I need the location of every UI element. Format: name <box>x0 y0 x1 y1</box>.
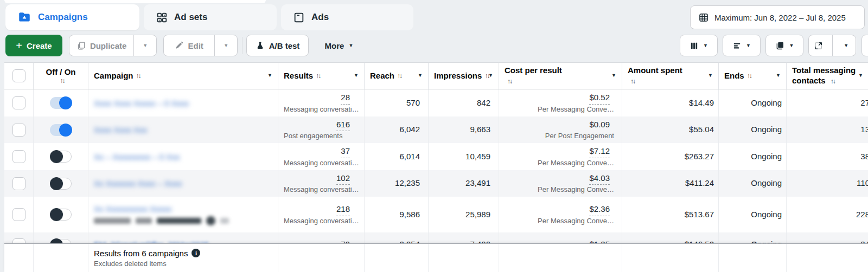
campaign-name[interactable]: Xx Xxxxxxx Xxxx – Xxxx <box>94 179 278 188</box>
duplicate-button[interactable]: Duplicate <box>69 35 133 56</box>
footer-spacer <box>429 244 499 272</box>
row-checkbox-cell <box>4 170 34 197</box>
table-summary-row: Results from 6 campaigns i Excludes dele… <box>4 243 868 272</box>
results-value[interactable]: 37 <box>341 145 350 158</box>
header-label: Total messaging contacts ↑↓ <box>792 66 863 86</box>
cost-per-result-value[interactable]: $4.03 <box>589 172 610 185</box>
column-header-impressions[interactable]: Impressions ↑↓ ▼ <box>429 63 499 89</box>
export-button[interactable] <box>809 35 828 56</box>
tab-ad-sets[interactable]: Ad sets <box>144 4 277 30</box>
total-messaging-contacts-cell: 13 <box>787 116 868 143</box>
results-value[interactable]: 28 <box>341 92 350 105</box>
results-value[interactable]: 616 <box>336 119 350 132</box>
reach-value: 6,014 <box>365 151 428 163</box>
campaign-name[interactable]: Xxxx Xxxx Xxxxx – 0 Xxxx <box>94 99 278 108</box>
columns-button[interactable]: ▼ <box>680 35 718 56</box>
excludes-deleted-note: Excludes deleted items <box>94 260 278 268</box>
column-header-reach[interactable]: Reach ↑↓ ▼ <box>365 63 429 89</box>
chevron-down-icon: ▼ <box>703 43 708 48</box>
status-toggle[interactable] <box>50 178 72 190</box>
row-checkbox[interactable] <box>12 150 25 163</box>
ends-value: Ongoing <box>751 209 782 221</box>
results-value[interactable]: 102 <box>336 172 350 185</box>
export-dropdown-button[interactable]: ▼ <box>837 35 856 56</box>
header-label: Reach <box>370 71 394 81</box>
chevron-down-icon[interactable]: ▼ <box>488 73 493 79</box>
toggle-knob <box>50 177 63 190</box>
column-header-ends[interactable]: Ends ↑↓ ▼ <box>719 63 787 89</box>
chevron-down-icon[interactable]: ▼ <box>267 73 272 79</box>
row-checkbox[interactable] <box>12 96 25 109</box>
tab-ads[interactable]: Ads <box>281 4 413 30</box>
results-summary-label: Results from 6 campaigns <box>94 249 188 258</box>
ab-test-button[interactable]: A/B test <box>246 35 309 56</box>
table-row: Xxxx Xxxx Xxx 616 Post engagements 6,042… <box>4 116 868 143</box>
column-header-amount-spent[interactable]: Amount spent ↑↓ ▼ <box>622 63 719 89</box>
header-label: Impressions <box>434 71 482 81</box>
column-header-off-on[interactable]: Off / On ↑↓ <box>34 63 88 89</box>
edit-button[interactable]: Edit <box>164 35 214 56</box>
button-divider <box>832 35 833 56</box>
reach-cell: 570 <box>365 89 429 116</box>
chevron-down-icon[interactable]: ▼ <box>418 73 423 79</box>
chevron-down-icon[interactable]: ▼ <box>354 73 359 79</box>
campaign-name[interactable]: Xx Xxxxxxxxxx Xxxxx <box>94 204 278 213</box>
status-toggle[interactable] <box>50 124 72 136</box>
results-value[interactable]: 218 <box>336 203 350 216</box>
row-checkbox[interactable] <box>12 177 25 190</box>
status-toggle[interactable] <box>50 97 72 109</box>
campaign-name[interactable]: Xxxx Xxxx Xxx <box>94 125 278 134</box>
cost-per-result-value[interactable]: $2.36 <box>589 203 610 216</box>
edit-dropdown-button[interactable]: ▼ <box>215 35 237 56</box>
chevron-down-icon[interactable]: ▼ <box>776 73 781 79</box>
chevron-down-icon[interactable]: ▼ <box>708 73 713 79</box>
reach-cell: 6,014 <box>365 143 429 170</box>
cost-per-result-value[interactable]: $0.52 <box>589 92 610 105</box>
cost-per-result-value[interactable]: $0.09 <box>589 119 610 131</box>
total-messaging-contacts-value: 228 <box>787 209 868 221</box>
total-messaging-contacts-value: 38 <box>787 151 868 163</box>
chevron-down-icon[interactable]: ▼ <box>611 73 616 79</box>
row-checkbox[interactable] <box>12 124 25 137</box>
chevron-down-icon: ▼ <box>789 43 794 48</box>
info-icon[interactable]: i <box>192 249 200 257</box>
clipped-toolbar-button[interactable] <box>861 35 868 56</box>
results-cell: 616 Post engagements <box>278 116 365 143</box>
cost-per-result-type-label: Per Post Engagement <box>499 131 622 141</box>
create-button[interactable]: + Create <box>5 35 62 56</box>
header-label: Cost per result ↑↓ <box>505 66 570 86</box>
column-header-cost-per-result[interactable]: Cost per result ↑↓ ▼ <box>499 63 622 89</box>
ends-cell: Ongoing <box>719 116 787 143</box>
column-header-results[interactable]: Results ↑↓ ▼ <box>278 63 365 89</box>
chevron-down-icon: ▼ <box>844 43 848 48</box>
tab-campaigns[interactable]: Campaigns <box>5 4 139 30</box>
breakdown-button[interactable]: ▼ <box>723 35 761 56</box>
more-button[interactable]: More ▼ <box>317 35 361 56</box>
column-header-campaign[interactable]: Campaign ↑↓ ▼ <box>88 63 278 89</box>
results-cell: 218 Messaging conversati… <box>278 197 365 232</box>
row-checkbox[interactable] <box>12 208 25 221</box>
redacted-tag <box>136 218 152 224</box>
results-type-label: Messaging conversati… <box>278 185 364 195</box>
select-all-checkbox[interactable] <box>12 69 25 82</box>
toggle-knob <box>50 208 63 221</box>
sort-icon: ↑↓ <box>397 72 401 80</box>
row-toggle-cell <box>34 89 88 116</box>
footer-spacer <box>278 244 365 272</box>
toggle-knob <box>59 124 72 137</box>
cost-per-result-value[interactable]: $7.12 <box>589 145 610 158</box>
duplicate-dropdown-button[interactable]: ▼ <box>134 35 156 56</box>
reports-button[interactable]: ▼ <box>765 35 803 56</box>
cost-per-result-cell: $4.03 Per Messaging Conve… <box>499 170 622 197</box>
table-row: Xx Xxxxxxx Xxxx – Xxxx 102 Messaging con… <box>4 170 868 197</box>
sort-icon: ↑↓ <box>136 72 141 80</box>
date-range-button[interactable]: Maximum: Jun 8, 2022 – Jul 8, 2025 <box>690 5 865 29</box>
chevron-down-icon[interactable]: ▼ <box>858 73 863 79</box>
campaign-name[interactable]: Xx – Xxxxxxxxx – 0 Xxx <box>94 152 278 161</box>
export-icon <box>814 41 823 50</box>
cost-per-result-cell: $7.12 Per Messaging Conve… <box>499 143 622 170</box>
status-toggle[interactable] <box>50 209 72 221</box>
cost-per-result-cell: $2.36 Per Messaging Conve… <box>499 197 622 232</box>
column-header-total-messaging-contacts[interactable]: Total messaging contacts ↑↓ ▼ <box>787 63 868 89</box>
status-toggle[interactable] <box>50 151 72 163</box>
